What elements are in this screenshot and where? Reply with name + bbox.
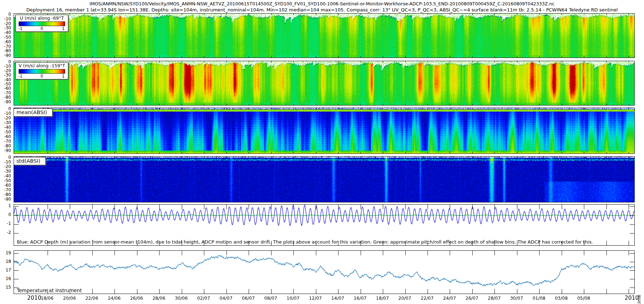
v-legend: V (m/s) along -159°T -101 xyxy=(15,62,68,79)
x-tick-label: 12/07 xyxy=(309,295,322,301)
u-legend: U (m/s) along -69°T -101 xyxy=(15,15,68,32)
colorbar-tick-label: 0 xyxy=(40,74,43,79)
panel-absi-mean: 0-10-20-30-40-50-60-70-80-90 mean(ABSI) xyxy=(14,108,634,154)
y-tick-label: -50 xyxy=(4,35,11,39)
y-tick-label: -80 xyxy=(4,192,11,197)
y-tick-label: -2 xyxy=(7,230,11,235)
colorbar-tick-label: -1 xyxy=(18,74,22,79)
y-tick-label: -30 xyxy=(4,169,11,173)
y-tick-label: -20 xyxy=(4,116,11,120)
y-tick-label: 19 xyxy=(6,251,11,255)
temperature-plot xyxy=(14,250,635,294)
figure-subtitle: Deployment 16, member 1 lat=33.94S lon=1… xyxy=(0,7,644,13)
x-axis: 2010 18/0620/0622/0624/0626/0628/0630/06… xyxy=(0,294,644,303)
figure-title: IMOS/ANMN/NSW/SYD100/Velocity/IMOS_ANMN-… xyxy=(0,1,644,6)
y-tick-label: -10 xyxy=(4,64,11,68)
y-tick-label: -70 xyxy=(4,44,11,49)
v-colorbar-ticks: -101 xyxy=(16,74,68,79)
y-tick-label: 0 xyxy=(8,107,11,111)
x-tick-label: 30/07 xyxy=(510,295,523,301)
y-tick-label: -30 xyxy=(4,26,11,30)
y-tick-label: 0 xyxy=(8,155,11,160)
y-tick-label: -70 xyxy=(4,91,11,95)
y-tick-label: 17 xyxy=(6,268,11,272)
x-tick-label: 04/07 xyxy=(220,295,233,301)
y-tick-label: -80 xyxy=(4,49,11,53)
absi-std-heatmap xyxy=(14,156,635,202)
colorbar-tick-label: 1 xyxy=(62,74,64,79)
x-tick-label: 10/07 xyxy=(287,295,299,301)
y-tick-label: 1 xyxy=(8,204,11,208)
u-colorbar-ticks: -101 xyxy=(16,26,68,31)
y-tick-label: -10 xyxy=(4,160,11,164)
x-tick-label: 30/06 xyxy=(175,295,188,301)
x-tick-label: 03/08 xyxy=(555,295,568,301)
colorbar-tick-label: -1 xyxy=(18,26,22,31)
absi-std-label: std(ABSI) xyxy=(14,157,46,165)
panel-temperature: 1918171615 Temperature at instrument xyxy=(14,250,634,294)
absi-mean-depth-axis: 0-10-20-30-40-50-60-70-80-90 xyxy=(0,108,13,154)
y-tick-label: 16 xyxy=(6,276,11,281)
y-tick-label: -90 xyxy=(4,53,11,58)
y-tick-label: -70 xyxy=(4,188,11,192)
depth-variation-axis: 10-1-2 xyxy=(0,204,13,246)
y-tick-label: -10 xyxy=(4,17,11,21)
x-tick-label: 20/07 xyxy=(398,295,411,301)
y-tick-label: -80 xyxy=(4,95,11,99)
panel-depth-variation: 10-1-2 Blue: ADCP Depth (m) variation fr… xyxy=(14,204,634,246)
y-tick-label: 0 xyxy=(8,12,11,16)
y-tick-label: -40 xyxy=(4,30,11,35)
x-tick-label: 26/06 xyxy=(130,295,143,301)
y-tick-label: -40 xyxy=(4,78,11,82)
x-tick-label: 28/06 xyxy=(152,295,165,301)
depth-variation-note: Blue: ADCP Depth (m) variation from sens… xyxy=(17,239,593,245)
y-tick-label: -40 xyxy=(4,125,11,129)
absi-mean-label: mean(ABSI) xyxy=(14,108,53,117)
y-tick-label: -60 xyxy=(4,134,11,139)
x-tick-label: 16/07 xyxy=(354,295,367,301)
y-tick-label: -50 xyxy=(4,82,11,86)
v-depth-axis: 0-10-20-30-40-50-60-70-80-90 xyxy=(0,61,13,106)
y-tick-label: -30 xyxy=(4,121,11,125)
u-legend-title: U (m/s) along -69°T xyxy=(16,15,68,21)
y-tick-label: -50 xyxy=(4,130,11,134)
x-tick-label: 22/07 xyxy=(421,295,434,301)
x-tick-label: 05/08 xyxy=(577,295,590,301)
y-tick-label: -50 xyxy=(4,178,11,183)
y-tick-label: -90 xyxy=(4,100,11,104)
temperature-label: Temperature at instrument xyxy=(17,288,82,293)
x-tick-label: 18/07 xyxy=(376,295,389,301)
panel-v-velocity: 0-10-20-30-40-50-60-70-80-90 V (m/s) alo… xyxy=(14,61,634,106)
absi-mean-heatmap xyxy=(14,108,635,154)
y-tick-label: 0 xyxy=(8,60,11,64)
y-tick-label: 15 xyxy=(6,285,11,289)
y-tick-label: -60 xyxy=(4,183,11,187)
x-tick-label: 24/06 xyxy=(108,295,121,301)
x-tick-label: 24/07 xyxy=(443,295,456,301)
copyright-text: © IMOS 14-Dec-2025 01:23:58 Hobart time xyxy=(636,295,642,304)
y-tick-label: -90 xyxy=(4,197,11,201)
y-tick-label: -20 xyxy=(4,21,11,26)
colorbar-tick-label: 1 xyxy=(62,26,64,31)
x-tick-label: 28/07 xyxy=(488,295,501,301)
y-tick-label: -60 xyxy=(4,86,11,90)
absi-std-depth-axis: 0-10-20-30-40-50-60-70-80-90 xyxy=(0,156,13,202)
u-depth-axis: 0-10-20-30-40-50-60-70-80-90 xyxy=(0,13,13,58)
y-tick-label: -80 xyxy=(4,144,11,148)
y-tick-label: 0 xyxy=(8,212,11,217)
y-tick-label: -10 xyxy=(4,111,11,116)
y-tick-label: -70 xyxy=(4,139,11,143)
y-tick-label: -40 xyxy=(4,174,11,178)
y-tick-label: -30 xyxy=(4,73,11,77)
x-tick-label: 08/07 xyxy=(264,295,277,301)
panel-u-velocity: 0-10-20-30-40-50-60-70-80-90 U (m/s) alo… xyxy=(14,13,634,58)
colorbar-tick-label: 0 xyxy=(40,26,43,31)
v-velocity-heatmap xyxy=(14,61,635,106)
temperature-axis: 1918171615 xyxy=(0,250,13,294)
v-legend-title: V (m/s) along -159°T xyxy=(16,63,68,69)
y-tick-label: 18 xyxy=(6,259,11,264)
y-tick-label: -90 xyxy=(4,148,11,153)
x-tick-label: 14/07 xyxy=(331,295,344,301)
x-tick-label: 06/07 xyxy=(242,295,255,301)
u-velocity-heatmap xyxy=(14,13,635,58)
